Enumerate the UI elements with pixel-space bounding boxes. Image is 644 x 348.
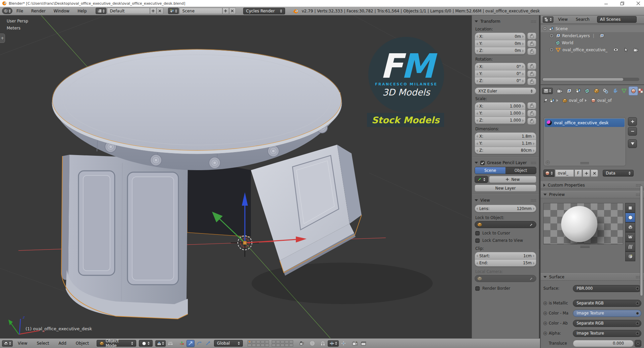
render-engine-select[interactable]: Cycles Render — [243, 8, 285, 14]
dimensions-y-field[interactable]: Y:1.1m — [475, 140, 536, 147]
selectability-cursor-icon[interactable] — [624, 48, 628, 52]
outliner-editor-type-button[interactable] — [543, 16, 553, 23]
tab-material[interactable] — [629, 87, 637, 95]
expand-socket-icon[interactable]: + — [543, 322, 547, 325]
screen-layout-select[interactable]: Default — [107, 8, 150, 14]
lock-rotation-z-button[interactable] — [527, 78, 536, 85]
preview-sphere-button[interactable] — [625, 213, 635, 222]
outliner-item-object[interactable]: + oval_office_executive_ — [541, 46, 644, 53]
clip-start-field[interactable]: Start:1cm — [475, 252, 536, 259]
lock-location-z-button[interactable] — [527, 48, 536, 55]
properties-editor-type-button[interactable] — [542, 88, 553, 94]
gp-tab-scene[interactable]: Scene — [475, 167, 505, 174]
layers-widget-group-1[interactable] — [248, 340, 269, 347]
layers-widget-group-2[interactable] — [272, 340, 293, 347]
tab-scene[interactable] — [574, 87, 582, 95]
scene-select[interactable]: Scene — [179, 8, 222, 14]
local-camera-field[interactable] — [475, 275, 536, 282]
grease-pencil-checkbox[interactable] — [480, 161, 485, 165]
preview-world-button[interactable] — [625, 252, 635, 261]
panel-grip-icon[interactable] — [531, 161, 536, 164]
menu-add[interactable]: Add — [54, 341, 71, 346]
lock-rotation-x-button[interactable] — [527, 63, 536, 70]
transform-orientation-select[interactable]: Global — [214, 340, 243, 347]
snap-element-select[interactable] — [328, 340, 339, 347]
color-ab-select[interactable]: Separate RGB — [573, 320, 641, 327]
scale-z-field[interactable]: Z:1.000 — [475, 117, 525, 124]
collapse-icon[interactable]: − — [543, 26, 547, 31]
render-opengl-anim-button[interactable] — [360, 340, 368, 347]
dimensions-z-field[interactable]: Z:80cm — [475, 147, 536, 154]
proportional-edit-toggle[interactable] — [308, 340, 316, 347]
preview-flat-button[interactable] — [625, 203, 635, 213]
panel-grip-icon[interactable] — [531, 199, 536, 202]
custom-properties-title[interactable]: Custom Properties — [548, 183, 585, 188]
outliner-menu-view[interactable]: View — [555, 17, 571, 22]
visibility-eye-icon[interactable] — [613, 48, 619, 52]
outliner-item-renderlayers[interactable]: + RenderLayers | — [541, 32, 644, 39]
scene-icon-button[interactable] — [168, 8, 179, 14]
preview-resize-grip[interactable] — [580, 246, 590, 248]
tab-object-data[interactable] — [620, 87, 628, 95]
lock-location-x-button[interactable] — [527, 32, 536, 40]
rotation-y-field[interactable]: Y:0° — [475, 70, 525, 77]
snap-target-button[interactable] — [339, 340, 347, 347]
outliner-item-scene[interactable]: − Scene — [541, 25, 644, 32]
preview-monkey-button[interactable] — [625, 232, 635, 242]
list-resize-grip[interactable] — [580, 162, 589, 164]
collapse-icon[interactable] — [543, 194, 547, 196]
location-y-field[interactable]: Y:0m — [475, 40, 525, 47]
tab-constraints[interactable] — [601, 87, 610, 95]
renderability-camera-icon[interactable] — [633, 48, 638, 52]
scale-y-field[interactable]: Y:1.000 — [475, 110, 525, 117]
menu-view[interactable]: View — [13, 341, 32, 346]
menu-file[interactable]: File — [12, 9, 27, 13]
breadcrumb-object[interactable]: oval_of — [569, 98, 583, 103]
rotation-x-field[interactable]: X:0° — [475, 63, 525, 70]
expand-icon[interactable] — [543, 184, 545, 187]
collapse-icon[interactable] — [475, 199, 478, 201]
interaction-mode-select[interactable]: Object Mode — [97, 340, 136, 347]
delete-layout-button[interactable] — [157, 8, 163, 14]
manipulator-rotate-button[interactable] — [195, 340, 203, 347]
menu-render[interactable]: Render — [27, 9, 50, 13]
tab-world[interactable] — [583, 87, 591, 95]
material-name-input[interactable]: oval_ — [555, 169, 574, 177]
pivot-point-select[interactable] — [155, 340, 166, 347]
translucency-slider[interactable]: 0.000 — [573, 340, 634, 347]
outliner-menu-search[interactable]: Search — [572, 17, 593, 22]
menu-object[interactable]: Object — [71, 341, 93, 346]
gp-new-layer-button[interactable]: New Layer — [475, 185, 536, 192]
tab-texture[interactable] — [638, 87, 643, 95]
snap-toggle[interactable] — [319, 340, 327, 347]
viewport-editor-type-button[interactable] — [2, 340, 13, 347]
alpha-select[interactable]: Image Texture — [573, 330, 641, 337]
expand-icon[interactable]: + — [549, 33, 554, 38]
viewport-shading-select[interactable] — [139, 340, 153, 347]
is-metallic-select[interactable]: Separate RGB — [573, 300, 641, 307]
tab-render[interactable] — [555, 87, 564, 95]
collapse-icon[interactable] — [475, 20, 478, 22]
render-border-checkbox[interactable] — [475, 286, 480, 291]
breadcrumb-material[interactable]: oval_of — [597, 98, 612, 103]
location-z-field[interactable]: Z:0m — [475, 47, 525, 54]
manipulator-axes-button[interactable] — [178, 340, 186, 347]
transform-panel-title[interactable]: Transform — [480, 19, 500, 24]
minimize-button[interactable] — [604, 1, 608, 6]
color-ma-select[interactable]: Image Texture — [573, 310, 641, 317]
remove-material-slot-button[interactable] — [628, 127, 637, 136]
location-x-field[interactable]: X:0m — [475, 33, 525, 40]
expand-socket-icon[interactable]: + — [543, 301, 547, 305]
lock-location-y-button[interactable] — [527, 40, 536, 47]
preview-title[interactable]: Preview — [549, 192, 565, 197]
lock-rotation-y-button[interactable] — [527, 70, 536, 77]
material-data-select[interactable]: Data — [603, 170, 634, 177]
menu-window[interactable]: Window — [50, 9, 73, 13]
lock-camera-checkbox[interactable] — [475, 238, 480, 243]
manipulator-scale-button[interactable] — [204, 340, 212, 347]
clip-end-field[interactable]: End:15m — [475, 259, 536, 266]
material-slot-list[interactable]: oval_office_executive_desk + — [543, 117, 626, 166]
toolshelf-expand-tab[interactable]: + — [0, 33, 5, 43]
add-layout-button[interactable] — [150, 8, 157, 14]
fake-user-button[interactable]: F — [575, 169, 582, 177]
